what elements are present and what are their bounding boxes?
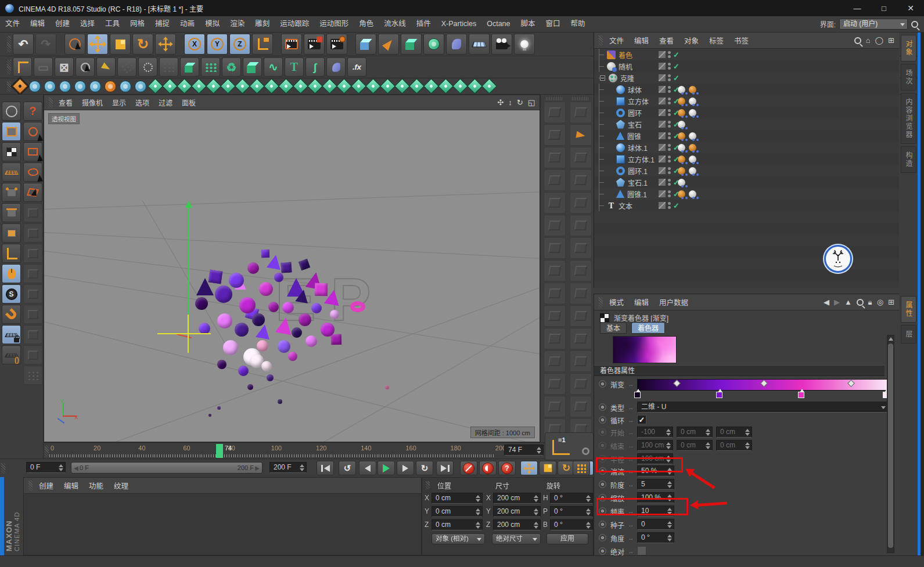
- material-tag-white[interactable]: [689, 132, 696, 140]
- xp-system-icon[interactable]: [44, 81, 56, 92]
- xp-modifier-icon[interactable]: [467, 78, 483, 94]
- viewport-pan-icon[interactable]: ✣: [497, 98, 504, 107]
- enabled-check-icon[interactable]: ✓: [673, 50, 679, 59]
- drag-grip[interactable]: [45, 445, 49, 457]
- range-end-field[interactable]: 200 F: [269, 462, 307, 473]
- material-tag-orange[interactable]: [678, 167, 685, 175]
- visibility-dots[interactable]: [668, 144, 671, 151]
- lock-workplane[interactable]: [2, 325, 21, 344]
- xp-gear-diamond[interactable]: [12, 78, 28, 94]
- live-selection-button[interactable]: [64, 34, 85, 55]
- xp-system-icon[interactable]: [89, 81, 101, 92]
- menu-捕捉[interactable]: 捕捉: [150, 20, 175, 28]
- autokey-button[interactable]: [479, 461, 497, 475]
- menu-帮助[interactable]: 帮助: [566, 20, 591, 28]
- xp-modifier-icon[interactable]: [423, 78, 439, 94]
- frame-range-slider[interactable]: ◀0 F 200 F▶: [71, 462, 263, 474]
- spline-dots-button[interactable]: [117, 57, 136, 77]
- collapse-icon[interactable]: [600, 75, 605, 81]
- drag-grip[interactable]: [572, 97, 590, 100]
- rotate-button[interactable]: ↻: [132, 34, 153, 55]
- drag-grip[interactable]: [49, 97, 53, 108]
- modeling-command-button[interactable]: [544, 147, 566, 168]
- viewport-menu-面板[interactable]: 面板: [177, 99, 200, 107]
- modeling-command-button[interactable]: [23, 264, 42, 283]
- previous-frame-button[interactable]: [359, 461, 376, 475]
- visibility-dots[interactable]: [668, 63, 671, 70]
- array-generator-button[interactable]: [423, 34, 444, 55]
- material-tag-orange[interactable]: [689, 86, 696, 93]
- eye-icon[interactable]: ◯: [875, 36, 884, 45]
- menu-选择[interactable]: 选择: [75, 20, 100, 28]
- mospline-button[interactable]: ʃ: [305, 57, 325, 77]
- modeling-command-button[interactable]: [570, 169, 592, 191]
- layer-toggle[interactable]: [659, 74, 666, 81]
- y-axis-handle[interactable]: [188, 207, 189, 330]
- value-field-阶度[interactable]: 5: [637, 479, 674, 490]
- camera-button[interactable]: [491, 34, 512, 55]
- object-manager-menu-文件[interactable]: 文件: [604, 37, 629, 45]
- xp-system-icon[interactable]: [29, 81, 41, 92]
- polygons-mode[interactable]: [2, 223, 21, 243]
- next-frame-button[interactable]: [397, 461, 414, 475]
- object-row-圆锥[interactable]: 圆锥✓: [594, 130, 899, 142]
- xp-modifier-icon[interactable]: [293, 78, 308, 94]
- render-settings-button[interactable]: [326, 34, 347, 55]
- mograph-voronoi-button[interactable]: [243, 57, 262, 77]
- material-tag-white[interactable]: [689, 97, 696, 105]
- xp-modifier-icon[interactable]: [148, 78, 163, 94]
- checkbox-循环[interactable]: ✓: [637, 415, 646, 424]
- viewport-menu-查看[interactable]: 查看: [54, 99, 77, 107]
- animation-dot-icon[interactable]: [599, 481, 606, 488]
- timeline-ruler[interactable]: 020406080100120140160180200 74 74 F: [44, 442, 594, 458]
- object-axis-mode[interactable]: [2, 244, 21, 263]
- xp-modifier-icon[interactable]: [380, 78, 396, 94]
- mograph-fracture-button[interactable]: ♻: [222, 57, 241, 77]
- modeling-command-button[interactable]: [544, 169, 566, 191]
- object-row-球体[interactable]: 球体✓: [594, 84, 899, 95]
- lock-z-button[interactable]: Z: [229, 34, 250, 55]
- xp-system-icon[interactable]: [74, 81, 86, 92]
- parent-object-icon[interactable]: ▲: [844, 298, 852, 306]
- modeling-command-button[interactable]: [570, 124, 592, 146]
- visibility-dots[interactable]: [668, 190, 671, 197]
- goto-end-button[interactable]: [436, 461, 454, 475]
- render-view-button[interactable]: [281, 34, 302, 55]
- panel-tab-属性[interactable]: 属性: [901, 296, 916, 323]
- value-field-角度[interactable]: 0 °: [637, 532, 674, 543]
- object-row-宝石[interactable]: 宝石✓: [594, 118, 899, 130]
- object-row-立方体.1[interactable]: 立方体.1✓: [594, 153, 899, 165]
- modeling-command-button[interactable]: [570, 373, 592, 395]
- minimize-button[interactable]: —: [844, 0, 871, 16]
- render-picture-viewer-button[interactable]: [304, 34, 325, 55]
- lock-y-button[interactable]: Y: [207, 34, 228, 55]
- material-tag-white[interactable]: [689, 109, 696, 117]
- move-button[interactable]: [87, 34, 108, 55]
- play-button[interactable]: [377, 461, 395, 475]
- drag-grip[interactable]: [7, 36, 11, 52]
- rotation-h-field[interactable]: 0 °: [550, 493, 593, 504]
- size-mode-dropdown[interactable]: 绝对尺寸: [492, 533, 541, 544]
- viewport-rotate-icon[interactable]: ↻: [517, 98, 523, 107]
- xp-modifier-icon[interactable]: [394, 78, 410, 94]
- rotation-p-field[interactable]: 0 °: [550, 506, 593, 517]
- xp-modifier-icon[interactable]: [409, 78, 425, 94]
- motext-button[interactable]: T: [285, 57, 304, 77]
- modeling-command-button[interactable]: [570, 102, 592, 123]
- menu-插件[interactable]: 插件: [411, 20, 436, 28]
- modeling-command-button[interactable]: [570, 328, 592, 349]
- layer-toggle[interactable]: [659, 167, 666, 174]
- visibility-dots[interactable]: [668, 179, 671, 186]
- lock-icon[interactable]: 🔒︎: [868, 298, 872, 307]
- viewport-solo-mode[interactable]: [2, 264, 21, 283]
- menu-模拟[interactable]: 模拟: [200, 20, 225, 28]
- material-tag-orange[interactable]: [678, 97, 685, 105]
- spinner-icon[interactable]: [537, 447, 541, 454]
- disabled-tool-button[interactable]: ▭: [34, 57, 53, 77]
- modeling-command-button[interactable]: [544, 283, 566, 304]
- modeling-command-button[interactable]: [570, 237, 592, 259]
- maximize-button[interactable]: □: [871, 0, 897, 16]
- material-tag-orange[interactable]: [678, 132, 685, 140]
- history-back-icon[interactable]: ◀: [824, 298, 829, 306]
- drag-grip[interactable]: [599, 297, 603, 308]
